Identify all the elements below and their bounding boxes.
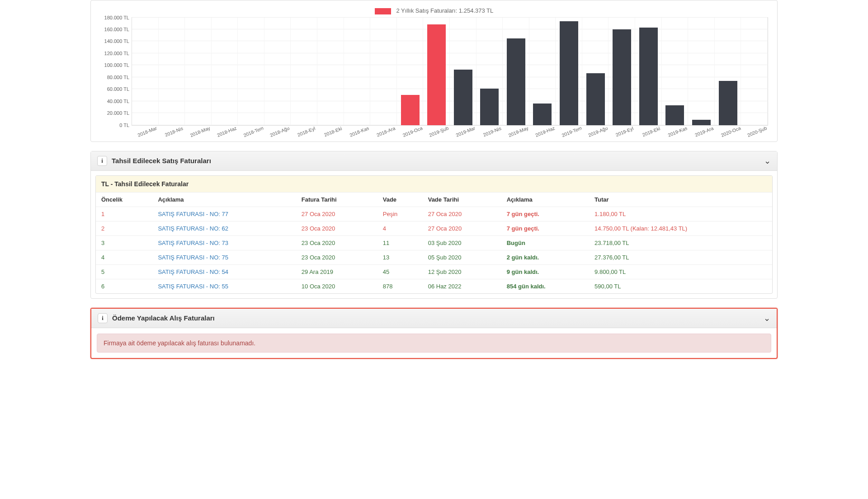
invoice-link[interactable]: SATIŞ FATURASI - NO: 55 [158,283,228,290]
chevron-down-icon: ⌄ [764,313,770,323]
chart-bar-slot [238,18,264,125]
table-row: 1SATIŞ FATURASI - NO: 7727 Oca 2020Peşin… [96,207,772,221]
payables-panel-header[interactable]: i Ödeme Yapılacak Alış Faturaları ⌄ [91,309,777,328]
cell-priority: 5 [96,264,152,279]
chart-bar-slot [159,18,185,125]
cell-vade: Peşin [377,207,423,221]
chart-y-tick-label: 120.000 TL [104,51,132,56]
table-header-cell: Vade [377,193,423,207]
cell-amount: 27.376,00 TL [589,250,772,264]
cell-vade: 4 [377,221,423,235]
cell-status-desc: 854 gün kaldı. [501,279,589,293]
cell-vade-tarihi: 05 Şub 2020 [423,250,501,264]
info-icon: i [98,313,108,323]
cell-amount: 23.718,00 TL [589,235,772,250]
chart-plot-area: 0 TL20.000 TL40.000 TL60.000 TL80.000 TL… [132,17,768,126]
chart-bar-slot [423,18,450,125]
chart-bar-slot [132,18,159,125]
chart-bar[interactable] [613,29,631,125]
table-header-cell: Öncelik [96,193,152,207]
chart-bar-slot [397,18,424,125]
chart-bar[interactable] [719,81,737,125]
chart-bar-slot [715,18,741,125]
invoice-link[interactable]: SATIŞ FATURASI - NO: 75 [158,254,228,261]
cell-vade: 45 [377,264,423,279]
cell-invoice-date: 23 Oca 2020 [296,235,377,250]
chart-y-tick-label: 140.000 TL [104,38,132,44]
receivables-subpanel: TL - Tahsil Edilecek Faturalar ÖncelikAç… [95,175,773,294]
chevron-down-icon: ⌄ [764,156,771,166]
chart-x-labels: 2018-Mar2018-Nis2018-May2018-Haz2018-Tem… [132,126,768,135]
chart-bar[interactable] [507,38,525,125]
cell-amount: 14.750,00 TL (Kalan: 12.481,43 TL) [589,221,772,235]
table-header-cell: Açıklama [501,193,589,207]
table-header-cell: Fatura Tarihi [296,193,377,207]
cell-amount: 9.800,00 TL [589,264,772,279]
receivables-panel: i Tahsil Edilecek Satış Faturaları ⌄ TL … [90,151,778,299]
cell-vade-tarihi: 12 Şub 2020 [423,264,501,279]
cell-status-desc: 7 gün geçti. [501,221,589,235]
chart-bar-slot [662,18,689,125]
chart-y-tick-label: 180.000 TL [104,15,132,20]
receivables-table: ÖncelikAçıklamaFatura TarihiVadeVade Tar… [96,193,772,293]
chart-bar[interactable] [560,21,578,125]
chart-bar-slot [688,18,715,125]
receivables-panel-header[interactable]: i Tahsil Edilecek Satış Faturaları ⌄ [91,151,777,171]
table-header-cell: Tutar [589,193,772,207]
table-row: 3SATIŞ FATURASI - NO: 7323 Oca 20201103 … [96,235,772,250]
chart-bar[interactable] [639,28,658,125]
cell-vade: 878 [377,279,423,293]
chart-y-tick-label: 40.000 TL [107,99,132,104]
table-row: 2SATIŞ FATURASI - NO: 6223 Oca 2020427 O… [96,221,772,235]
cell-invoice-date: 23 Oca 2020 [296,221,377,235]
invoice-link[interactable]: SATIŞ FATURASI - NO: 77 [158,211,228,217]
chart-bar-slot [317,18,344,125]
cell-vade-tarihi: 27 Oca 2020 [423,221,501,235]
cell-invoice: SATIŞ FATURASI - NO: 54 [152,264,296,279]
chart-bar-slot [741,18,768,125]
invoice-link[interactable]: SATIŞ FATURASI - NO: 73 [158,240,228,246]
cell-status-desc: 7 gün geçti. [501,207,589,221]
cell-amount: 1.180,00 TL [589,207,772,221]
cell-priority: 3 [96,235,152,250]
invoice-link[interactable]: SATIŞ FATURASI - NO: 62 [158,225,228,232]
chart-y-tick-label: 160.000 TL [104,27,132,32]
chart-bar-slot [582,18,609,125]
chart-bar[interactable] [480,89,499,125]
cell-invoice: SATIŞ FATURASI - NO: 62 [152,221,296,235]
chart-body: 2 Yıllık Satış Faturaları: 1.254.373 TL … [91,0,777,141]
cell-status-desc: 9 gün kaldı. [501,264,589,279]
chart-bar-slot [529,18,556,125]
cell-priority: 2 [96,221,152,235]
chart-bar[interactable] [401,95,420,125]
chart-bars [132,18,768,125]
payables-panel: i Ödeme Yapılacak Alış Faturaları ⌄ Firm… [90,308,778,359]
chart-y-tick-label: 80.000 TL [107,75,132,80]
cell-status-desc: 2 gün kaldı. [501,250,589,264]
table-header-cell: Açıklama [152,193,296,207]
cell-invoice: SATIŞ FATURASI - NO: 75 [152,250,296,264]
chart-bar-slot [264,18,291,125]
chart-bar[interactable] [533,104,552,125]
chart-bar-slot [344,18,371,125]
cell-invoice-date: 29 Ara 2019 [296,264,377,279]
chart-bar[interactable] [454,70,472,125]
cell-priority: 6 [96,279,152,293]
chart-y-tick-label: 100.000 TL [104,62,132,68]
chart-bar[interactable] [665,105,684,125]
chart-bar[interactable] [427,24,446,125]
chart-bar-slot [635,18,662,125]
cell-status-desc: Bugün [501,235,589,250]
cell-invoice: SATIŞ FATURASI - NO: 55 [152,279,296,293]
table-row: 5SATIŞ FATURASI - NO: 5429 Ara 20194512 … [96,264,772,279]
cell-vade: 11 [377,235,423,250]
cell-priority: 1 [96,207,152,221]
cell-invoice-date: 10 Oca 2020 [296,279,377,293]
cell-vade-tarihi: 03 Şub 2020 [423,235,501,250]
invoice-link[interactable]: SATIŞ FATURASI - NO: 54 [158,268,228,275]
receivables-title: Tahsil Edilecek Satış Faturaları [112,157,764,165]
chart-bar[interactable] [586,73,605,125]
chart-bar-slot [476,18,503,125]
cell-invoice-date: 23 Oca 2020 [296,250,377,264]
payables-title: Ödeme Yapılacak Alış Faturaları [112,314,764,322]
